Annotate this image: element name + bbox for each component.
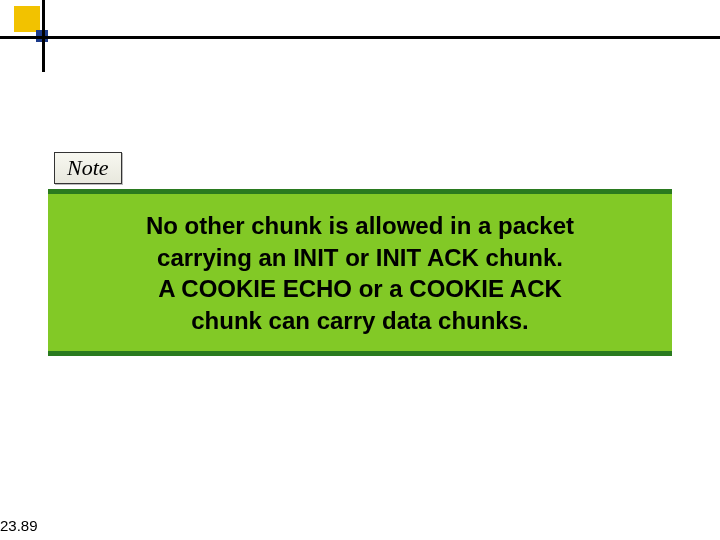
note-callout: No other chunk is allowed in a packet ca… — [48, 189, 672, 356]
logo-yellow-square-icon — [14, 6, 40, 32]
vertical-rule-icon — [42, 0, 45, 72]
note-label-box: Note — [54, 152, 122, 184]
callout-line-4: chunk can carry data chunks. — [191, 307, 528, 334]
callout-line-3: A COOKIE ECHO or a COOKIE ACK — [158, 275, 562, 302]
slide-logo — [0, 0, 60, 60]
page-number: 23.89 — [0, 517, 38, 534]
note-label-text: Note — [67, 155, 109, 180]
horizontal-rule-icon — [0, 36, 720, 39]
callout-line-2: carrying an INIT or INIT ACK chunk. — [157, 244, 563, 271]
callout-line-1: No other chunk is allowed in a packet — [146, 212, 574, 239]
callout-text: No other chunk is allowed in a packet ca… — [64, 210, 656, 337]
